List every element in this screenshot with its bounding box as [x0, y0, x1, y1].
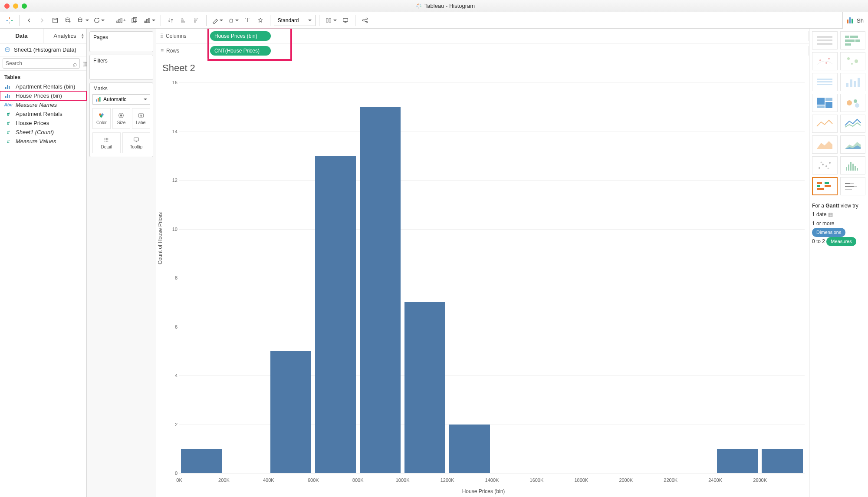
filters-card[interactable]: Filters	[89, 55, 153, 80]
histogram-bar[interactable]	[762, 449, 802, 473]
showme-chart-type-14[interactable]	[812, 177, 838, 195]
svg-rect-16	[194, 20, 197, 20]
new-datasource-button[interactable]	[62, 14, 74, 26]
showme-chart-type-0[interactable]	[812, 31, 838, 49]
histogram-bar[interactable]	[181, 449, 222, 473]
svg-rect-20	[343, 18, 348, 21]
forward-button[interactable]	[36, 14, 48, 26]
search-input[interactable]	[3, 58, 80, 69]
share-button[interactable]	[359, 14, 371, 26]
columns-pill[interactable]: House Prices (bin)	[210, 31, 271, 41]
clear-sheet-icon[interactable]	[141, 14, 157, 26]
close-window-button[interactable]	[4, 3, 10, 9]
field-sheet1-count-[interactable]: #Sheet1 (Count)	[0, 128, 86, 137]
tableau-app-icon	[416, 3, 422, 9]
sort-desc-button[interactable]	[191, 14, 203, 26]
showme-chart-type-5[interactable]	[840, 73, 866, 91]
plot-area[interactable]: 02468101214160K200K400K600K800K1000K1200…	[179, 82, 805, 474]
pin-button[interactable]	[254, 14, 266, 26]
group-button[interactable]	[226, 14, 240, 26]
marks-tooltip-button[interactable]: Tooltip	[122, 132, 151, 153]
tab-data[interactable]: Data	[0, 29, 43, 43]
tab-analytics[interactable]: Analytics▴▾	[43, 29, 86, 43]
svg-rect-10	[147, 19, 148, 23]
svg-rect-61	[845, 43, 851, 46]
field-apartment-rentals[interactable]: #Apartment Rentals	[0, 109, 86, 118]
showme-chart-type-13[interactable]	[840, 156, 866, 174]
minimize-window-button[interactable]	[13, 3, 18, 9]
back-button[interactable]	[23, 14, 35, 26]
x-tick-label: 2400K	[708, 477, 722, 483]
duplicate-sheet-icon[interactable]	[128, 14, 141, 26]
histogram-bar[interactable]	[449, 425, 490, 474]
fit-dropdown[interactable]: Standard	[274, 15, 316, 26]
histogram-bar[interactable]	[315, 156, 356, 473]
y-tick-label: 6	[167, 324, 178, 329]
showme-chart-type-8[interactable]	[812, 115, 838, 133]
field-measure-values[interactable]: #Measure Values	[0, 137, 86, 146]
marks-size-button[interactable]: Size	[112, 108, 131, 129]
field-measure-names[interactable]: AbcMeasure Names	[0, 100, 86, 109]
measure-icon: #	[4, 121, 12, 126]
swap-button[interactable]	[164, 14, 177, 26]
svg-rect-4	[117, 21, 118, 23]
new-worksheet-button[interactable]	[75, 14, 91, 26]
field-apartment-rentals-bin-[interactable]: Apartment Rentals (bin)	[0, 82, 86, 91]
svg-rect-12	[181, 18, 183, 19]
sheet-title[interactable]: Sheet 2	[156, 58, 809, 78]
save-button[interactable]	[49, 14, 61, 26]
tableau-logo-button[interactable]	[3, 14, 16, 26]
highlight-button[interactable]	[210, 14, 225, 26]
datasource-item[interactable]: Sheet1 (Histogram Data)	[0, 43, 86, 56]
presentation-button[interactable]	[339, 14, 352, 26]
chart-view[interactable]: Count of House Prices House Prices (bin)…	[158, 78, 809, 497]
showme-chart-type-11[interactable]	[840, 135, 866, 154]
y-axis-label: Count of House Prices	[157, 212, 163, 264]
svg-point-66	[855, 59, 858, 63]
showme-chart-type-4[interactable]	[812, 73, 838, 91]
text-button[interactable]: T	[241, 14, 253, 26]
y-tick-label: 12	[167, 178, 178, 183]
svg-rect-7	[132, 19, 135, 23]
svg-rect-32	[7, 94, 8, 98]
zoom-window-button[interactable]	[22, 3, 27, 9]
histogram-bar[interactable]	[404, 302, 445, 473]
show-cards-button[interactable]	[323, 14, 339, 26]
svg-rect-13	[181, 20, 184, 20]
svg-rect-91	[852, 164, 854, 171]
histogram-bar[interactable]	[717, 449, 758, 473]
marks-label-button[interactable]: TLabel	[132, 108, 150, 129]
showme-chart-type-6[interactable]	[812, 94, 838, 112]
histogram-bar[interactable]	[360, 107, 401, 473]
svg-point-46	[108, 138, 108, 139]
svg-point-67	[851, 63, 853, 65]
refresh-button[interactable]	[92, 14, 106, 26]
histogram-bar[interactable]	[270, 351, 311, 473]
rows-pill[interactable]: CNT(House Prices)	[210, 46, 271, 56]
svg-rect-60	[855, 39, 860, 42]
pages-card[interactable]: Pages	[89, 31, 153, 52]
showme-chart-type-1[interactable]	[840, 31, 866, 49]
show-me-toggle[interactable]: Sh	[842, 12, 868, 29]
field-house-prices-bin-[interactable]: House Prices (bin)	[0, 91, 86, 100]
field-house-prices[interactable]: #House Prices	[0, 118, 86, 128]
rows-shelf[interactable]: ≡Rows CNT(House Prices)	[156, 43, 809, 58]
marks-card: Marks Automatic Color Size TLabel Detail…	[89, 82, 153, 157]
sort-asc-button[interactable]	[178, 14, 190, 26]
marks-detail-button[interactable]: Detail	[92, 132, 121, 153]
new-sheet-icon[interactable]: +	[114, 14, 128, 26]
showme-chart-type-15[interactable]	[840, 177, 866, 195]
svg-rect-1	[53, 18, 58, 23]
showme-chart-type-7[interactable]	[840, 94, 866, 112]
showme-chart-type-12[interactable]: ++	[812, 156, 838, 174]
dimensions-pill: Dimensions	[812, 228, 845, 237]
showme-chart-type-2[interactable]	[812, 52, 838, 70]
mark-type-dropdown[interactable]: Automatic	[92, 94, 150, 105]
svg-rect-69	[817, 81, 832, 82]
showme-chart-type-10[interactable]	[812, 135, 838, 154]
svg-point-51	[106, 141, 107, 142]
showme-chart-type-9[interactable]	[840, 115, 866, 133]
columns-shelf[interactable]: ⦙⦙⦙Columns House Prices (bin)	[156, 29, 809, 43]
showme-chart-type-3[interactable]	[840, 52, 866, 70]
marks-color-button[interactable]: Color	[92, 108, 111, 129]
